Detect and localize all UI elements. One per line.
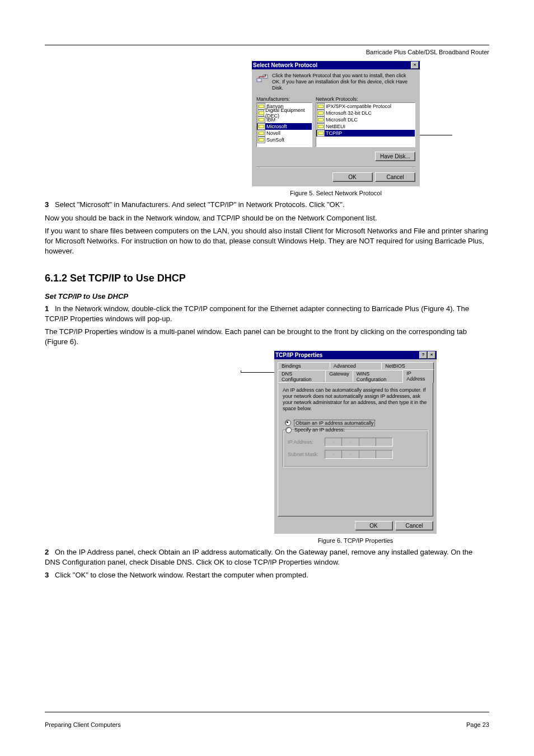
step-1-text: 1In the Network window, double-click the… (45, 304, 489, 323)
header-product: Barricade Plus Cable/DSL Broadband Route… (45, 49, 489, 55)
list-item[interactable]: NetBEUI (316, 123, 415, 130)
dialog-title: Select Network Protocol (253, 62, 317, 68)
figure1-caption: Figure 5. Select Network Protocol (252, 190, 420, 196)
tab-netbios[interactable]: NetBIOS (381, 362, 434, 369)
cancel-button[interactable]: Cancel (375, 172, 415, 182)
list-item[interactable]: SunSoft (257, 137, 312, 143)
radio-obtain-auto[interactable]: Obtain an IP address automatically (285, 420, 428, 426)
footer-section: Preparing Client Computers (45, 721, 121, 728)
manufacturers-label: Manufacturers: (256, 96, 312, 102)
body-text: If you want to share files between compu… (45, 226, 489, 256)
subnet-mask-field: ... (325, 450, 393, 459)
ok-button[interactable]: OK (355, 521, 393, 530)
ip-address-field: ... (325, 438, 393, 447)
step-2-text: 2On the IP Address panel, check Obtain a… (45, 547, 489, 567)
radio-specify-ip[interactable]: Specify an IP address: (285, 427, 423, 433)
callout-leader (241, 372, 274, 373)
callout-leader (420, 135, 452, 135)
footer-page: Page 23 (466, 721, 489, 728)
list-item[interactable]: Microsoft DLC (316, 116, 415, 123)
figure2-caption: Figure 6. TCP/IP Properties (274, 537, 437, 544)
dialog-instruction: Click the Network Protocol that you want… (272, 73, 415, 91)
tab-ip-address[interactable]: IP Address (402, 369, 434, 383)
tab-dns-configuration[interactable]: DNS Configuration (278, 370, 326, 383)
body-text: The TCP/IP Properties window is a multi-… (45, 327, 489, 346)
tab-bar: BindingsAdvancedNetBIOSDNS Configuration… (278, 361, 433, 383)
tab-wins-configuration[interactable]: WINS Configuration (353, 370, 404, 383)
protocols-list[interactable]: IPX/SPX-compatible ProtocolMicrosoft 32-… (316, 102, 415, 147)
tab-bindings[interactable]: Bindings (278, 362, 330, 369)
manufacturers-list[interactable]: BanyanDigital Equipment (DEC)IBMMicrosof… (256, 102, 312, 147)
tab-gateway[interactable]: Gateway (325, 370, 353, 383)
list-item[interactable]: Microsoft 32-bit DLC (316, 110, 415, 116)
subnet-mask-label: Subnet Mask: (288, 452, 325, 457)
list-item[interactable]: Microsoft (257, 123, 312, 130)
specify-ip-group: Specify an IP address: IP Address: ... S… (283, 430, 428, 467)
section-title: 6.1.2 Set TCP/IP to Use DHCP (45, 273, 489, 284)
ok-button[interactable]: OK (332, 172, 373, 182)
list-item[interactable]: TCP/IP (316, 130, 415, 137)
dialog-title: TCP/IP Properties (275, 352, 322, 358)
tab-description: An IP address can be automatically assig… (283, 387, 428, 411)
close-icon[interactable]: × (428, 351, 435, 359)
tab-advanced[interactable]: Advanced (330, 362, 382, 369)
protocols-label: Network Protocols: (316, 96, 415, 102)
have-disk-button[interactable]: Have Disk... (375, 152, 415, 161)
subsection-title: Set TCP/IP to Use DHCP (45, 292, 489, 300)
cancel-button[interactable]: Cancel (395, 521, 433, 530)
step-3b-text: 3Click "OK" to close the Network window.… (45, 570, 489, 580)
list-item[interactable]: Novell (257, 130, 312, 137)
help-icon[interactable]: ? (419, 351, 427, 359)
list-item[interactable]: Digital Equipment (DEC) (257, 110, 312, 116)
list-item[interactable]: IPX/SPX-compatible Protocol (316, 103, 415, 110)
select-network-protocol-dialog: Select Network Protocol × Click (252, 61, 420, 186)
body-text: Now you should be back in the Network wi… (45, 213, 489, 223)
svg-rect-0 (257, 78, 261, 82)
close-icon[interactable]: × (411, 62, 419, 69)
step-3-text: 3Select "Microsoft" in Manufacturers. An… (45, 200, 489, 210)
tcpip-properties-dialog: TCP/IP Properties ? × BindingsAdvancedNe… (274, 351, 437, 534)
network-protocol-icon (256, 73, 269, 84)
ip-address-label: IP Address: (288, 439, 325, 445)
